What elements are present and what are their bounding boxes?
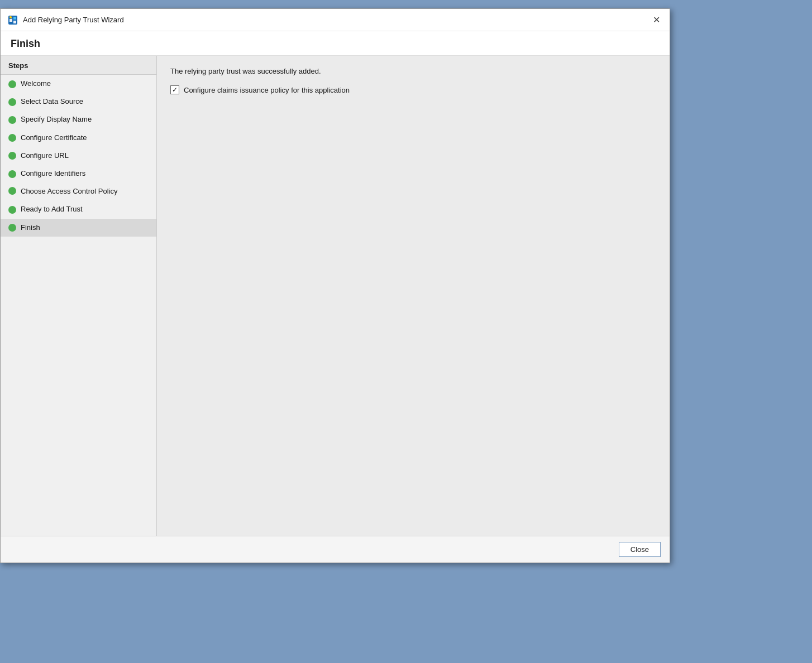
page-title: Finish — [11, 38, 660, 50]
step-welcome: Welcome — [1, 75, 156, 93]
success-message: The relying party trust was successfully… — [170, 67, 656, 75]
step-label-configure-identifiers: Configure Identifiers — [21, 169, 85, 179]
step-label-ready-to-add-trust: Ready to Add Trust — [21, 204, 83, 214]
step-label-configure-url: Configure URL — [21, 151, 69, 161]
svg-point-5 — [9, 16, 12, 18]
step-dot-welcome — [8, 80, 16, 88]
steps-panel: Steps Welcome Select Data Source Specify… — [1, 56, 157, 536]
svg-rect-3 — [13, 21, 16, 23]
step-label-choose-access-control: Choose Access Control Policy — [21, 186, 117, 196]
step-label-specify-display-name: Specify Display Name — [21, 114, 92, 124]
step-dot-configure-url — [8, 152, 16, 160]
checkmark-icon: ✓ — [172, 87, 178, 93]
title-bar-text: Add Relying Party Trust Wizard — [23, 16, 124, 24]
svg-point-6 — [14, 17, 16, 19]
step-configure-certificate: Configure Certificate — [1, 129, 156, 147]
step-label-finish: Finish — [21, 223, 40, 233]
dialog-close-button[interactable]: ✕ — [649, 13, 663, 27]
footer-bar: Close — [1, 536, 670, 563]
step-configure-url: Configure URL — [1, 147, 156, 165]
configure-policy-label: Configure claims issuance policy for thi… — [184, 86, 350, 94]
step-label-welcome: Welcome — [21, 79, 51, 89]
configure-policy-checkbox[interactable]: ✓ — [170, 85, 179, 94]
step-finish: Finish — [1, 219, 156, 237]
main-panel: The relying party trust was successfully… — [157, 56, 670, 536]
step-label-configure-certificate: Configure Certificate — [21, 133, 87, 143]
step-ready-to-add-trust: Ready to Add Trust — [1, 200, 156, 218]
step-dot-select-data-source — [8, 98, 16, 106]
dialog-window: Add Relying Party Trust Wizard ✕ Finish … — [0, 8, 670, 563]
step-dot-choose-access-control — [8, 187, 16, 195]
step-choose-access-control: Choose Access Control Policy — [1, 182, 156, 200]
title-bar-left: Add Relying Party Trust Wizard — [7, 15, 124, 26]
svg-rect-1 — [9, 19, 12, 22]
page-header: Finish — [1, 31, 670, 56]
step-specify-display-name: Specify Display Name — [1, 110, 156, 128]
wizard-icon — [7, 15, 18, 26]
title-bar: Add Relying Party Trust Wizard ✕ — [1, 9, 670, 31]
configure-policy-row[interactable]: ✓ Configure claims issuance policy for t… — [170, 85, 656, 94]
close-button[interactable]: Close — [619, 542, 661, 557]
step-label-select-data-source: Select Data Source — [21, 97, 83, 107]
step-configure-identifiers: Configure Identifiers — [1, 165, 156, 182]
step-dot-specify-display-name — [8, 116, 16, 124]
step-dot-configure-identifiers — [8, 170, 16, 178]
step-select-data-source: Select Data Source — [1, 93, 156, 110]
content-area: Steps Welcome Select Data Source Specify… — [1, 56, 670, 536]
step-dot-configure-certificate — [8, 134, 16, 142]
step-dot-ready-to-add-trust — [8, 206, 16, 214]
steps-header: Steps — [1, 56, 156, 75]
step-dot-finish — [8, 224, 16, 232]
